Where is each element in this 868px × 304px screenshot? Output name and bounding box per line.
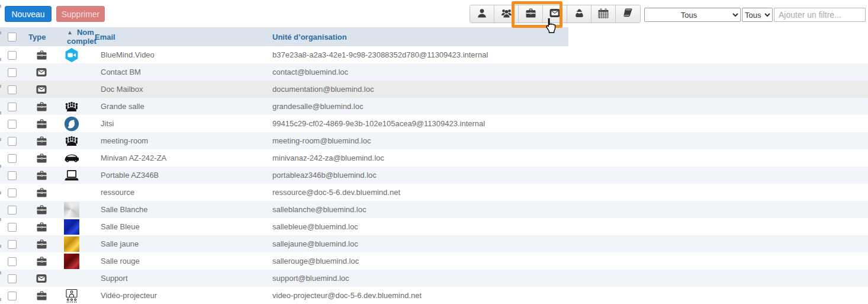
row-email: portableaz346b@bluemind.loc [269,167,568,184]
row-name: Grande salle [92,98,269,115]
row-org-unit [568,167,868,184]
row-checkbox[interactable] [8,103,17,111]
table-row[interactable]: BlueMind.Video b37e23a8-a2a3-42e1-9c98-2… [0,46,868,63]
briefcase-icon [36,239,47,248]
user-filter-button[interactable] [470,5,494,23]
row-checkbox[interactable] [8,206,17,215]
calendar-filter-button[interactable] [591,5,616,23]
panel-edge-ticks [0,5,1,304]
meeting-room-avatar [64,133,79,149]
row-checkbox[interactable] [8,120,17,129]
row-checkbox[interactable] [8,85,17,94]
video-camera-avatar [64,47,79,63]
briefcase-icon [36,50,47,59]
row-email: contact@bluemind.loc [269,63,568,81]
group-icon [501,8,512,20]
calendar-icon [598,8,609,20]
row-checkbox[interactable] [8,274,17,283]
toolbar: Nouveau Supprimer Tous Tous [0,0,868,27]
row-org-unit [568,218,868,235]
row-checkbox[interactable] [8,68,17,77]
mailshare-icon [36,273,47,282]
table-row[interactable]: ressource ressource@doc-5-6.dev.bluemind… [0,184,868,201]
briefcase-icon [36,256,47,265]
table-row[interactable]: Doc Mailbox documentation@bluemind.loc [0,81,868,98]
row-checkbox[interactable] [8,137,17,146]
column-header-email[interactable]: Email [92,27,269,46]
table-row[interactable]: Minivan AZ-242-ZA minivanaz-242-za@bluem… [0,149,868,167]
row-org-unit [568,46,868,63]
table-row[interactable]: Salle Blanche salleblanche@bluemind.loc [0,201,868,218]
table-row[interactable]: meeting-room meeting-room@bluemind.loc [0,132,868,149]
row-email: documentation@bluemind.loc [269,81,568,98]
table-row[interactable]: Salle jaune sallejaune@bluemind.loc [0,235,868,252]
row-email: video-projecteur@doc-5-6.dev.bluemind.ne… [269,287,568,304]
group-filter-button[interactable] [494,5,519,23]
row-checkbox[interactable] [8,171,17,180]
table-header-row: Type ▲Nom complet Email Unité d’organisa… [0,27,868,46]
row-org-unit [568,235,868,252]
briefcase-icon [36,187,47,196]
row-name: meeting-room [92,132,269,149]
briefcase-icon [36,222,47,231]
row-name: Salle Bleue [92,218,269,235]
table-row[interactable]: Salle rouge sallerouge@bluemind.loc [0,252,868,270]
column-header-org-unit[interactable]: Unité d’organisation [269,27,568,46]
row-org-unit [568,115,868,132]
row-email: minivanaz-242-za@bluemind.loc [269,149,568,167]
row-email: sallebleue@bluemind.loc [269,218,568,235]
row-checkbox[interactable] [8,154,17,163]
mailshare-filter-button[interactable] [543,5,567,23]
van-avatar [64,151,79,166]
row-email: sallejaune@bluemind.loc [269,235,568,252]
table-row[interactable]: Grande salle grandesalle@bluemind.loc [0,98,868,115]
row-name: Jitsi [92,115,269,132]
row-org-unit [568,270,868,287]
meeting-room-avatar [64,99,79,114]
row-checkbox[interactable] [8,223,17,232]
table-row[interactable]: Salle Bleue sallebleue@bluemind.loc [0,218,868,235]
row-checkbox[interactable] [8,292,17,300]
briefcase-icon [36,119,47,127]
row-name: Minivan AZ-242-ZA [92,149,269,167]
row-org-unit [568,252,868,270]
entity-filter-group [470,5,641,23]
table-row[interactable]: Vidéo-projecteur video-projecteur@doc-5-… [0,287,868,304]
row-org-unit [568,149,868,167]
jitsi-avatar [64,116,79,132]
addressbook-icon [623,8,634,20]
row-checkbox[interactable] [8,51,17,60]
select-all-checkbox[interactable] [8,33,17,41]
table-row[interactable]: Contact BM contact@bluemind.loc [0,63,868,81]
row-checkbox[interactable] [8,257,17,266]
row-name: BlueMind.Video [92,46,269,63]
state-filter-select[interactable]: Tous [742,8,773,22]
row-checkbox[interactable] [8,240,17,249]
projector-avatar [64,288,79,303]
row-org-unit [568,132,868,149]
briefcase-filter-button[interactable] [519,5,543,23]
briefcase-icon [36,101,47,110]
briefcase-icon [36,153,47,162]
filter-input[interactable] [774,8,866,22]
row-email: meeting-room@bluemind.loc [269,132,568,149]
addressbook-filter-button[interactable] [616,5,640,23]
row-org-unit [568,287,868,304]
row-name: Salle Blanche [92,201,269,218]
briefcase-icon [36,170,47,179]
new-button[interactable]: Nouveau [5,6,52,22]
table-row[interactable]: Jitsi 99415c29-cf02-4869-9e3b-102e105ace… [0,115,868,132]
fabric-blue-avatar [64,219,79,235]
row-checkbox[interactable] [8,188,17,197]
directory-filter-select[interactable]: Tous [644,8,741,22]
table-row[interactable]: Support support@bluemind.loc [0,270,868,287]
delete-button[interactable]: Supprimer [56,6,105,22]
row-org-unit [568,184,868,201]
row-email: 99415c29-cf02-4869-9e3b-102e105acea9@113… [269,115,568,132]
row-org-unit [568,98,868,115]
column-header-name[interactable]: ▲Nom complet [59,27,92,46]
external-user-filter-button[interactable] [567,5,591,23]
row-name: Salle rouge [92,252,269,270]
table-row[interactable]: Portable AZ346B portableaz346b@bluemind.… [0,167,868,184]
column-header-type[interactable]: Type [24,27,59,46]
